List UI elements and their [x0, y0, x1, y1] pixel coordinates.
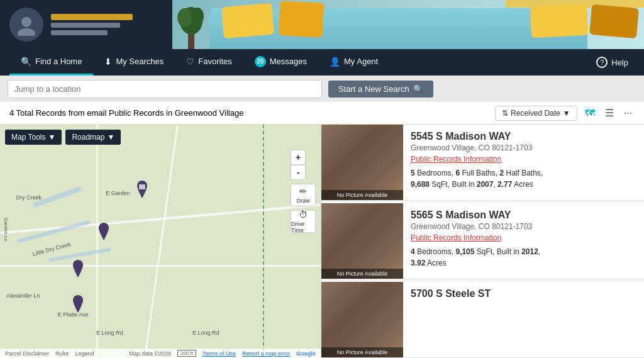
main-content: Map Tools ▼ Roadmap ▼ Dry Creek E Garden — [0, 125, 644, 358]
sort-label: Received Date — [511, 109, 560, 118]
listing-card: No Picture Available 5700 S Steele ST — [321, 282, 644, 358]
zoom-out-button[interactable]: - — [291, 165, 306, 180]
nav-favorites[interactable]: ♡ Favorites — [175, 49, 243, 76]
map-controls: + - ✏ Draw ⏱ Drive Time — [291, 150, 316, 233]
listing-image-1: No Picture Available — [321, 125, 403, 200]
search-icon: 🔍 — [413, 84, 423, 94]
roadmap-button[interactable]: Roadmap ▼ — [65, 130, 121, 145]
map-marker-2[interactable] — [96, 223, 111, 240]
roadmap-label: Roadmap — [72, 133, 104, 142]
nav-help[interactable]: ? Help — [590, 57, 635, 68]
pillow-4 — [589, 4, 639, 38]
nav-my-agent-label: My Agent — [344, 57, 378, 66]
new-search-button[interactable]: Start a New Search 🔍 — [328, 81, 433, 98]
listing-info-1: 5545 S Madison WAY Greenwood Village, CO… — [403, 125, 644, 200]
nav-messages-label: Messages — [270, 57, 307, 66]
chevron-down-icon-2: ▼ — [107, 133, 114, 142]
pillow-2 — [279, 1, 325, 38]
map-tools-button[interactable]: Map Tools ▼ — [5, 130, 62, 145]
nav-my-searches[interactable]: ⬇ My Searches — [93, 49, 175, 76]
listing-info-2: 5565 S Madison WAY Greenwood Village, CO… — [403, 203, 644, 279]
hero-user-section — [0, 0, 176, 49]
listing-acres-label-1: 2.77 — [497, 180, 512, 189]
listing-address-3: 5700 S Steele ST — [411, 288, 636, 299]
zoom-in-button[interactable]: + — [291, 150, 306, 165]
map-toolbar: Map Tools ▼ Roadmap ▼ — [5, 130, 121, 145]
map-tools-label: Map Tools — [11, 133, 45, 142]
listing-card: No Picture Available 5545 S Madison WAY … — [321, 125, 644, 201]
user-detail-bar2 — [51, 30, 108, 35]
listing-img-bg-1 — [321, 125, 403, 200]
draw-button[interactable]: ✏ Draw — [291, 184, 316, 206]
listing-half-baths-label-1: 2 — [499, 169, 504, 177]
results-count: 4 Total Records from email Public Record… — [9, 108, 243, 118]
svg-point-1 — [18, 28, 35, 36]
svg-rect-6 — [139, 184, 145, 189]
no-picture-overlay-1: No Picture Available — [321, 190, 403, 200]
listing-city-2: Greenwood Village, CO 80121-1703 — [411, 222, 636, 231]
hero-banner — [0, 0, 644, 49]
svg-point-4 — [177, 8, 192, 27]
agent-icon: 👤 — [330, 57, 340, 67]
report-link[interactable]: Report a map error — [242, 350, 290, 357]
pillow-1 — [221, 3, 274, 39]
listing-details-2: 4 Bedrooms, 9,105 SqFt, Built in 2012, 3… — [411, 246, 636, 269]
nav-favorites-label: Favorites — [198, 57, 231, 66]
map-label-e-long-2: E Long Rd — [192, 330, 219, 336]
listing-address-1: 5545 S Madison WAY — [411, 131, 636, 142]
listing-card: No Picture Available 5565 S Madison WAY … — [321, 203, 644, 279]
navbar: 🔍 Find a Home ⬇ My Searches ♡ Favorites … — [0, 49, 644, 76]
results-controls: ⇅ Received Date ▼ 🗺 ☰ ··· — [495, 106, 635, 121]
sort-button[interactable]: ⇅ Received Date ▼ — [495, 106, 577, 121]
no-picture-overlay-3: No Picture Available — [321, 347, 403, 357]
search-icon: 🔍 — [21, 57, 31, 67]
map-container: Map Tools ▼ Roadmap ▼ Dry Creek E Garden — [0, 125, 321, 358]
messages-badge: 20 — [255, 56, 266, 67]
listing-public-records-link-2[interactable]: Public Records Information — [411, 233, 636, 242]
nav-find-home-label: Find a Home — [35, 57, 82, 66]
clock-icon: ⏱ — [299, 210, 308, 220]
listing-acres-label-2: 3.92 — [411, 259, 425, 267]
listing-public-records-link-1[interactable]: Public Records Information — [411, 155, 636, 164]
road-vertical-1 — [96, 125, 98, 358]
terms-link[interactable]: Terms of Use — [203, 350, 236, 357]
map-marker-3[interactable] — [70, 260, 86, 277]
map-label-e-long-1: E Long Rd — [96, 330, 123, 336]
draw-label: Draw — [296, 198, 309, 204]
list-view-icon[interactable]: ☰ — [602, 106, 616, 120]
svg-point-0 — [21, 17, 31, 27]
map-footer: Parcel Disclaimer Ruler Legend Map data … — [0, 349, 321, 358]
svg-point-5 — [191, 8, 204, 25]
listing-sqft-label-1: 9,688 — [411, 180, 430, 189]
listing-city-1: Greenwood Village, CO 80121-1703 — [411, 143, 636, 152]
listing-img-bg-2 — [321, 203, 403, 279]
listing-img-bg-3 — [321, 282, 403, 357]
drive-time-button[interactable]: ⏱ Drive Time — [291, 210, 316, 233]
draw-icon: ✏ — [299, 186, 307, 196]
new-search-label: Start a New Search — [338, 84, 409, 94]
map-view-icon[interactable]: 🗺 — [582, 106, 597, 120]
map-background[interactable]: Dry Creek E Garden Little Dry Creek Alex… — [0, 125, 321, 358]
listings-panel: No Picture Available 5545 S Madison WAY … — [321, 125, 644, 358]
sort-icon: ⇅ — [502, 109, 508, 118]
map-marker-1[interactable] — [135, 181, 150, 198]
road-diagonal — [144, 126, 179, 357]
location-input[interactable] — [8, 80, 322, 98]
user-info — [51, 14, 133, 35]
help-circle-icon: ? — [596, 57, 608, 68]
sort-chevron-icon: ▼ — [563, 109, 570, 118]
chevron-down-icon: ▼ — [48, 133, 55, 142]
user-detail-bar1 — [51, 23, 120, 28]
map-marker-4[interactable] — [70, 295, 86, 313]
nav-my-agent[interactable]: 👤 My Agent — [318, 49, 389, 76]
listing-bedrooms-label-2: 4 — [411, 247, 415, 256]
download-icon: ⬇ — [104, 57, 112, 67]
listing-full-baths-label-1: 6 — [455, 169, 460, 177]
nav-messages[interactable]: 20 Messages — [243, 49, 318, 76]
road-horizontal-2 — [0, 265, 321, 267]
nav-find-home[interactable]: 🔍 Find a Home — [9, 49, 93, 76]
drive-time-label: Drive Time — [291, 221, 315, 233]
scale-bar: 200 ft — [177, 350, 196, 357]
listing-address-2: 5565 S Madison WAY — [411, 210, 636, 221]
more-options-icon[interactable]: ··· — [621, 106, 635, 120]
